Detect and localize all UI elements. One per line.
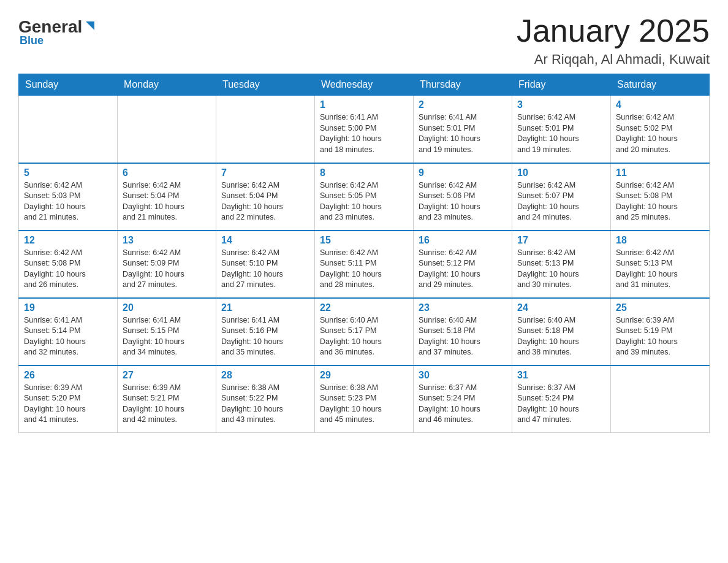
day-number: 15 bbox=[320, 235, 408, 246]
day-info: Sunrise: 6:39 AM Sunset: 5:19 PM Dayligh… bbox=[616, 315, 704, 358]
day-info: Sunrise: 6:42 AM Sunset: 5:08 PM Dayligh… bbox=[616, 180, 704, 223]
day-info: Sunrise: 6:42 AM Sunset: 5:10 PM Dayligh… bbox=[221, 248, 309, 291]
day-info: Sunrise: 6:38 AM Sunset: 5:23 PM Dayligh… bbox=[320, 383, 408, 426]
day-header-monday: Monday bbox=[118, 74, 216, 96]
day-number: 23 bbox=[419, 302, 507, 313]
calendar-cell bbox=[611, 366, 710, 433]
calendar-cell: 13Sunrise: 6:42 AM Sunset: 5:09 PM Dayli… bbox=[118, 231, 216, 298]
day-number: 28 bbox=[221, 370, 309, 381]
day-number: 6 bbox=[123, 167, 211, 178]
day-info: Sunrise: 6:37 AM Sunset: 5:24 PM Dayligh… bbox=[517, 383, 605, 426]
calendar-cell: 16Sunrise: 6:42 AM Sunset: 5:12 PM Dayli… bbox=[414, 231, 512, 298]
day-number: 9 bbox=[419, 167, 507, 178]
calendar-cell: 22Sunrise: 6:40 AM Sunset: 5:17 PM Dayli… bbox=[315, 298, 414, 366]
day-info: Sunrise: 6:40 AM Sunset: 5:17 PM Dayligh… bbox=[320, 315, 408, 358]
day-number: 16 bbox=[419, 235, 507, 246]
calendar-week-row: 5Sunrise: 6:42 AM Sunset: 5:03 PM Daylig… bbox=[19, 163, 710, 231]
calendar-cell: 30Sunrise: 6:37 AM Sunset: 5:24 PM Dayli… bbox=[414, 366, 512, 433]
day-number: 31 bbox=[517, 370, 605, 381]
day-info: Sunrise: 6:42 AM Sunset: 5:05 PM Dayligh… bbox=[320, 180, 408, 223]
day-number: 19 bbox=[24, 302, 112, 313]
logo-main-text: General bbox=[18, 18, 82, 36]
day-info: Sunrise: 6:39 AM Sunset: 5:20 PM Dayligh… bbox=[24, 383, 112, 426]
page-subtitle: Ar Riqqah, Al Ahmadi, Kuwait bbox=[517, 52, 710, 67]
day-number: 3 bbox=[517, 99, 605, 110]
day-number: 14 bbox=[221, 235, 309, 246]
day-number: 25 bbox=[616, 302, 704, 313]
day-number: 24 bbox=[517, 302, 605, 313]
day-number: 29 bbox=[320, 370, 408, 381]
day-header-friday: Friday bbox=[512, 74, 611, 96]
day-number: 21 bbox=[221, 302, 309, 313]
day-info: Sunrise: 6:41 AM Sunset: 5:16 PM Dayligh… bbox=[221, 315, 309, 358]
logo-sub-text: Blue bbox=[18, 34, 44, 47]
svg-marker-0 bbox=[86, 21, 94, 30]
day-number: 27 bbox=[123, 370, 211, 381]
day-number: 11 bbox=[616, 167, 704, 178]
calendar-cell: 23Sunrise: 6:40 AM Sunset: 5:18 PM Dayli… bbox=[414, 298, 512, 366]
calendar-cell: 5Sunrise: 6:42 AM Sunset: 5:03 PM Daylig… bbox=[19, 163, 118, 231]
calendar-cell: 10Sunrise: 6:42 AM Sunset: 5:07 PM Dayli… bbox=[512, 163, 611, 231]
day-info: Sunrise: 6:42 AM Sunset: 5:08 PM Dayligh… bbox=[24, 248, 112, 291]
calendar-cell: 4Sunrise: 6:42 AM Sunset: 5:02 PM Daylig… bbox=[611, 96, 710, 163]
day-header-tuesday: Tuesday bbox=[216, 74, 315, 96]
day-info: Sunrise: 6:42 AM Sunset: 5:03 PM Dayligh… bbox=[24, 180, 112, 223]
logo-arrow-icon bbox=[83, 19, 97, 33]
calendar-cell: 25Sunrise: 6:39 AM Sunset: 5:19 PM Dayli… bbox=[611, 298, 710, 366]
day-info: Sunrise: 6:41 AM Sunset: 5:14 PM Dayligh… bbox=[24, 315, 112, 358]
calendar-cell bbox=[118, 96, 216, 163]
calendar-cell: 2Sunrise: 6:41 AM Sunset: 5:01 PM Daylig… bbox=[414, 96, 512, 163]
calendar-header-row: SundayMondayTuesdayWednesdayThursdayFrid… bbox=[19, 74, 710, 96]
day-info: Sunrise: 6:41 AM Sunset: 5:00 PM Dayligh… bbox=[320, 112, 408, 155]
day-info: Sunrise: 6:40 AM Sunset: 5:18 PM Dayligh… bbox=[419, 315, 507, 358]
calendar-cell: 1Sunrise: 6:41 AM Sunset: 5:00 PM Daylig… bbox=[315, 96, 414, 163]
calendar-cell: 24Sunrise: 6:40 AM Sunset: 5:18 PM Dayli… bbox=[512, 298, 611, 366]
day-number: 17 bbox=[517, 235, 605, 246]
day-info: Sunrise: 6:42 AM Sunset: 5:11 PM Dayligh… bbox=[320, 248, 408, 291]
calendar-cell: 8Sunrise: 6:42 AM Sunset: 5:05 PM Daylig… bbox=[315, 163, 414, 231]
day-info: Sunrise: 6:42 AM Sunset: 5:04 PM Dayligh… bbox=[221, 180, 309, 223]
day-header-wednesday: Wednesday bbox=[315, 74, 414, 96]
calendar-week-row: 19Sunrise: 6:41 AM Sunset: 5:14 PM Dayli… bbox=[19, 298, 710, 366]
day-info: Sunrise: 6:42 AM Sunset: 5:13 PM Dayligh… bbox=[517, 248, 605, 291]
title-block: January 2025 Ar Riqqah, Al Ahmadi, Kuwai… bbox=[517, 12, 710, 67]
day-info: Sunrise: 6:37 AM Sunset: 5:24 PM Dayligh… bbox=[419, 383, 507, 426]
day-info: Sunrise: 6:42 AM Sunset: 5:13 PM Dayligh… bbox=[616, 248, 704, 291]
calendar-cell: 27Sunrise: 6:39 AM Sunset: 5:21 PM Dayli… bbox=[118, 366, 216, 433]
calendar-cell: 26Sunrise: 6:39 AM Sunset: 5:20 PM Dayli… bbox=[19, 366, 118, 433]
calendar-cell: 11Sunrise: 6:42 AM Sunset: 5:08 PM Dayli… bbox=[611, 163, 710, 231]
day-info: Sunrise: 6:42 AM Sunset: 5:12 PM Dayligh… bbox=[419, 248, 507, 291]
page-title: January 2025 bbox=[517, 12, 710, 49]
day-info: Sunrise: 6:41 AM Sunset: 5:01 PM Dayligh… bbox=[419, 112, 507, 155]
day-number: 30 bbox=[419, 370, 507, 381]
calendar-cell: 29Sunrise: 6:38 AM Sunset: 5:23 PM Dayli… bbox=[315, 366, 414, 433]
calendar-cell bbox=[216, 96, 315, 163]
day-info: Sunrise: 6:42 AM Sunset: 5:07 PM Dayligh… bbox=[517, 180, 605, 223]
day-number: 7 bbox=[221, 167, 309, 178]
calendar-cell: 6Sunrise: 6:42 AM Sunset: 5:04 PM Daylig… bbox=[118, 163, 216, 231]
day-header-sunday: Sunday bbox=[19, 74, 118, 96]
day-info: Sunrise: 6:42 AM Sunset: 5:04 PM Dayligh… bbox=[123, 180, 211, 223]
day-number: 12 bbox=[24, 235, 112, 246]
calendar-cell: 18Sunrise: 6:42 AM Sunset: 5:13 PM Dayli… bbox=[611, 231, 710, 298]
day-info: Sunrise: 6:39 AM Sunset: 5:21 PM Dayligh… bbox=[123, 383, 211, 426]
day-header-saturday: Saturday bbox=[611, 74, 710, 96]
day-number: 4 bbox=[616, 99, 704, 110]
day-info: Sunrise: 6:42 AM Sunset: 5:02 PM Dayligh… bbox=[616, 112, 704, 155]
day-info: Sunrise: 6:41 AM Sunset: 5:15 PM Dayligh… bbox=[123, 315, 211, 358]
calendar-cell: 28Sunrise: 6:38 AM Sunset: 5:22 PM Dayli… bbox=[216, 366, 315, 433]
calendar-cell: 7Sunrise: 6:42 AM Sunset: 5:04 PM Daylig… bbox=[216, 163, 315, 231]
page-header: General Blue January 2025 Ar Riqqah, Al … bbox=[18, 12, 710, 67]
day-info: Sunrise: 6:38 AM Sunset: 5:22 PM Dayligh… bbox=[221, 383, 309, 426]
calendar-week-row: 26Sunrise: 6:39 AM Sunset: 5:20 PM Dayli… bbox=[19, 366, 710, 433]
calendar-cell: 20Sunrise: 6:41 AM Sunset: 5:15 PM Dayli… bbox=[118, 298, 216, 366]
calendar-table: SundayMondayTuesdayWednesdayThursdayFrid… bbox=[18, 74, 710, 433]
calendar-cell: 14Sunrise: 6:42 AM Sunset: 5:10 PM Dayli… bbox=[216, 231, 315, 298]
day-number: 26 bbox=[24, 370, 112, 381]
calendar-week-row: 12Sunrise: 6:42 AM Sunset: 5:08 PM Dayli… bbox=[19, 231, 710, 298]
day-header-thursday: Thursday bbox=[414, 74, 512, 96]
calendar-cell: 3Sunrise: 6:42 AM Sunset: 5:01 PM Daylig… bbox=[512, 96, 611, 163]
day-number: 8 bbox=[320, 167, 408, 178]
day-info: Sunrise: 6:42 AM Sunset: 5:09 PM Dayligh… bbox=[123, 248, 211, 291]
logo: General Blue bbox=[18, 18, 97, 47]
